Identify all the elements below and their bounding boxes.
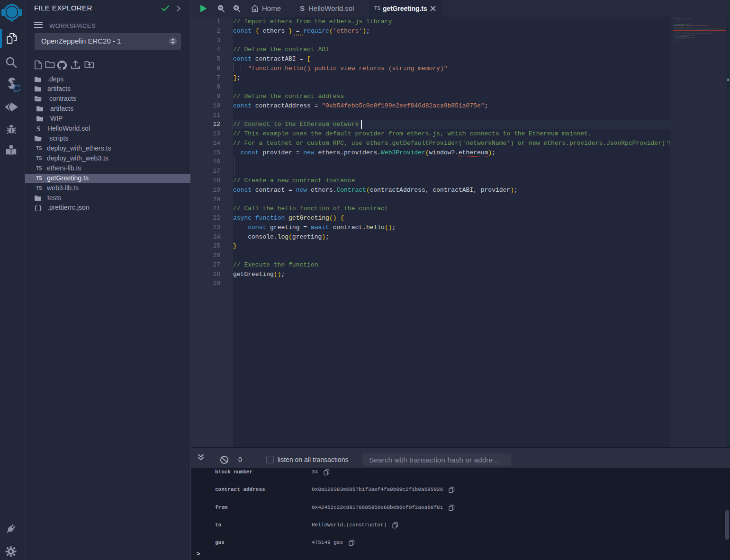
svg-text:TS: TS	[36, 156, 42, 161]
svg-text:{ }: { }	[34, 205, 42, 211]
svg-text:TS: TS	[36, 146, 42, 151]
svg-text:TS: TS	[36, 166, 42, 171]
svg-text:TS: TS	[36, 176, 42, 181]
svg-text:TS: TS	[36, 186, 42, 191]
svg-text:S: S	[36, 125, 40, 133]
